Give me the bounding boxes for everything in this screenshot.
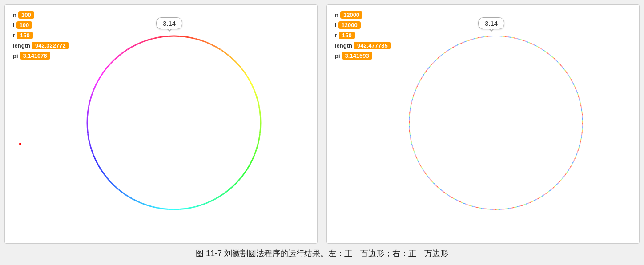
- svg-line-258: [527, 203, 528, 204]
- svg-line-81: [93, 86, 96, 91]
- svg-line-89: [119, 52, 123, 56]
- left-pi-var: pi 3.141076: [13, 52, 69, 60]
- svg-line-170: [577, 93, 578, 94]
- svg-line-161: [572, 80, 573, 82]
- svg-line-135: [546, 52, 547, 52]
- main-container: n 100 i 100 r 150 length 942.322772 pi: [0, 0, 644, 265]
- svg-line-65: [101, 169, 104, 173]
- svg-line-249: [539, 197, 541, 198]
- svg-line-96: [153, 37, 158, 39]
- svg-line-352: [413, 148, 414, 149]
- svg-line-415: [435, 60, 435, 61]
- svg-line-138: [549, 54, 551, 55]
- svg-line-310: [451, 197, 453, 198]
- svg-line-266: [515, 207, 517, 207]
- svg-line-319: [440, 189, 442, 190]
- svg-line-146: [558, 63, 559, 64]
- svg-line-246: [543, 195, 544, 196]
- svg-line-235: [556, 184, 557, 185]
- svg-line-233: [558, 182, 559, 183]
- svg-line-140: [551, 56, 553, 57]
- svg-line-76: [87, 112, 88, 117]
- svg-line-350: [414, 151, 415, 152]
- svg-line-154: [566, 72, 567, 73]
- svg-line-330: [428, 177, 429, 179]
- svg-line-302: [462, 202, 463, 203]
- svg-line-77: [88, 106, 89, 112]
- left-pi-value: 3.141076: [20, 52, 50, 60]
- svg-line-403: [423, 74, 424, 76]
- svg-line-69: [92, 149, 93, 155]
- svg-line-23: [260, 112, 260, 117]
- svg-line-383: [411, 102, 412, 103]
- svg-line-9: [220, 49, 225, 52]
- svg-line-156: [568, 74, 569, 76]
- svg-line-396: [418, 83, 419, 84]
- svg-line-256: [530, 202, 531, 202]
- svg-line-431: [454, 46, 455, 47]
- right-panel: n 12000 i 12000 r 150 length 942.477785 …: [326, 4, 640, 244]
- svg-line-327: [431, 181, 432, 182]
- svg-line-60: [119, 189, 123, 193]
- svg-line-118: [523, 40, 524, 41]
- svg-line-133: [543, 50, 544, 51]
- svg-line-225: [566, 173, 567, 174]
- svg-line-198: [582, 135, 582, 136]
- svg-line-150: [562, 67, 563, 68]
- svg-line-13: [237, 64, 241, 68]
- svg-line-98: [163, 36, 169, 36]
- svg-line-214: [575, 158, 575, 159]
- right-length-var: length 942.477785: [335, 42, 391, 49]
- svg-line-43: [206, 201, 211, 203]
- svg-line-353: [413, 147, 413, 148]
- svg-line-250: [538, 198, 539, 199]
- svg-line-301: [463, 203, 465, 204]
- svg-line-210: [577, 153, 577, 154]
- svg-line-242: [548, 191, 549, 192]
- svg-line-450: [481, 37, 482, 37]
- svg-line-289: [481, 208, 482, 209]
- svg-line-354: [412, 145, 413, 146]
- svg-line-6: [206, 42, 211, 44]
- svg-line-158: [569, 77, 570, 78]
- svg-line-206: [579, 147, 579, 148]
- left-length-label: length: [13, 42, 30, 49]
- svg-line-181: [582, 109, 582, 110]
- svg-line-174: [579, 99, 580, 100]
- svg-line-355: [412, 144, 412, 145]
- svg-line-159: [570, 78, 571, 80]
- svg-line-207: [578, 148, 579, 149]
- svg-line-136: [547, 52, 548, 53]
- svg-line-128: [537, 46, 538, 47]
- svg-line-79: [90, 96, 91, 101]
- svg-line-178: [581, 104, 581, 106]
- svg-line-217: [572, 162, 573, 164]
- svg-line-360: [410, 137, 411, 138]
- svg-line-313: [447, 195, 449, 196]
- svg-line-404: [424, 73, 425, 74]
- svg-line-82: [96, 81, 98, 86]
- left-panel: n 100 i 100 r 150 length 942.322772 pi: [4, 4, 318, 244]
- svg-line-172: [578, 96, 579, 97]
- svg-line-325: [434, 183, 435, 184]
- svg-line-236: [555, 185, 556, 186]
- svg-line-232: [559, 181, 560, 182]
- right-i-var: i 12000: [335, 21, 391, 29]
- svg-line-48: [179, 209, 185, 209]
- svg-line-333: [426, 174, 427, 175]
- svg-line-8: [216, 47, 221, 49]
- svg-line-434: [458, 44, 459, 44]
- svg-line-44: [201, 203, 206, 205]
- svg-line-132: [542, 49, 543, 50]
- svg-line-320: [439, 188, 440, 189]
- svg-line-292: [476, 207, 478, 208]
- svg-line-298: [468, 205, 469, 205]
- svg-line-224: [567, 171, 568, 173]
- svg-line-142: [554, 58, 555, 59]
- svg-line-42: [211, 199, 216, 201]
- svg-line-347: [415, 155, 416, 157]
- svg-line-395: [417, 85, 418, 86]
- svg-line-124: [531, 44, 532, 44]
- svg-line-426: [447, 50, 449, 51]
- svg-line-269: [511, 208, 512, 208]
